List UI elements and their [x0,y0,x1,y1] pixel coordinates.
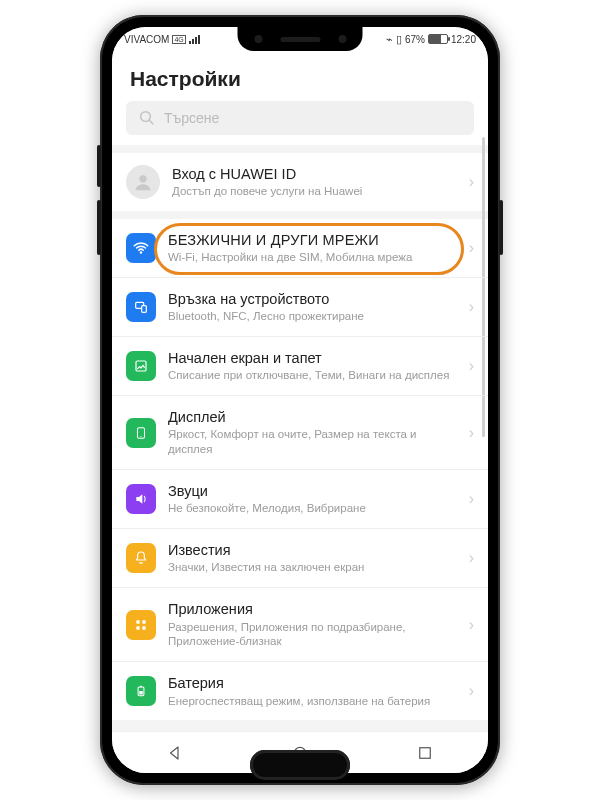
svg-rect-12 [142,626,145,629]
row-device-connection[interactable]: Връзка на устройството Bluetooth, NFC, Л… [112,278,488,337]
row-subtitle: Достъп до повече услуги на Huawei [172,184,453,199]
row-title: Дисплей [168,408,453,426]
chevron-right-icon: › [465,682,474,700]
row-title: Връзка на устройството [168,290,453,308]
row-title: Известия [168,541,453,559]
network-badge: 4G [172,35,185,44]
row-display[interactable]: Дисплей Яркост, Комфорт на очите, Размер… [112,396,488,470]
svg-rect-6 [136,361,146,371]
chevron-right-icon: › [465,549,474,567]
svg-rect-10 [142,620,145,623]
row-subtitle: Списание при отключване, Теми, Винаги на… [168,368,453,383]
svg-rect-15 [139,691,143,695]
row-title: Батерия [168,674,453,692]
chevron-right-icon: › [465,490,474,508]
row-subtitle: Енергоспестяващ режим, използване на бат… [168,694,453,709]
svg-rect-11 [136,626,139,629]
svg-rect-17 [420,747,431,758]
row-title: БЕЗЖИЧНИ И ДРУГИ МРЕЖИ [168,231,453,249]
display-notch [238,27,363,51]
chevron-right-icon: › [465,424,474,442]
search-icon [138,109,156,127]
battery-icon [428,34,448,44]
avatar-icon [126,165,160,199]
nav-back-button[interactable] [166,744,184,762]
page-title: Настройки [112,51,488,101]
svg-line-1 [149,120,153,124]
home-wallpaper-icon [126,351,156,381]
search-placeholder: Търсене [164,110,219,126]
wifi-icon [126,233,156,263]
display-icon [126,418,156,448]
svg-rect-5 [142,306,147,313]
row-huawei-id[interactable]: Вход с HUAWEI ID Достъп до повече услуги… [112,153,488,211]
svg-rect-14 [140,686,142,687]
row-subtitle: Разрешения, Приложения по подразбиране, … [168,620,453,650]
row-title: Приложения [168,600,453,618]
chevron-right-icon: › [465,173,474,191]
device-connection-icon [126,292,156,322]
phone-frame: VIVACOM 4G ⌁ ▯ 67% 12:20 Настройки Търсе… [100,15,500,785]
chevron-right-icon: › [465,357,474,375]
chevron-right-icon: › [465,298,474,316]
clock: 12:20 [451,34,476,45]
row-sounds[interactable]: Звуци Не безпокойте, Мелодия, Вибриране … [112,470,488,529]
apps-icon [126,610,156,640]
signal-icon [189,35,200,44]
row-wireless[interactable]: БЕЗЖИЧНИ И ДРУГИ МРЕЖИ Wi-Fi, Настройки … [112,219,488,278]
side-button [499,200,503,255]
row-title: Вход с HUAWEI ID [172,165,453,183]
battery-settings-icon [126,676,156,706]
row-subtitle: Wi-Fi, Настройки на две SIM, Мобилна мре… [168,250,453,265]
nav-recent-button[interactable] [416,744,434,762]
svg-point-8 [140,436,141,437]
notifications-icon [126,543,156,573]
card-account: Вход с HUAWEI ID Достъп до повече услуги… [112,153,488,211]
row-title: Начален екран и тапет [168,349,453,367]
vibrate-icon: ▯ [396,33,402,46]
card-settings: БЕЗЖИЧНИ И ДРУГИ МРЕЖИ Wi-Fi, Настройки … [112,219,488,720]
row-subtitle: Яркост, Комфорт на очите, Размер на текс… [168,427,453,457]
row-subtitle: Bluetooth, NFC, Лесно прожектиране [168,309,453,324]
svg-rect-9 [136,620,139,623]
carrier-label: VIVACOM [124,34,169,45]
screen: VIVACOM 4G ⌁ ▯ 67% 12:20 Настройки Търсе… [112,27,488,773]
row-battery[interactable]: Батерия Енергоспестяващ режим, използван… [112,662,488,720]
row-subtitle: Не безпокойте, Мелодия, Вибриране [168,501,453,516]
row-title: Звуци [168,482,453,500]
row-home-wallpaper[interactable]: Начален екран и тапет Списание при отклю… [112,337,488,396]
row-subtitle: Значки, Известия на заключен екран [168,560,453,575]
search-input[interactable]: Търсене [126,101,474,135]
chevron-right-icon: › [465,239,474,257]
row-apps[interactable]: Приложения Разрешения, Приложения по под… [112,588,488,662]
svg-point-2 [139,175,146,182]
sounds-icon [126,484,156,514]
chevron-right-icon: › [465,616,474,634]
physical-home-button[interactable] [250,750,350,780]
bluetooth-icon: ⌁ [386,33,393,46]
side-button [97,200,101,255]
search-container: Търсене [112,101,488,145]
side-button [97,145,101,187]
svg-point-3 [140,251,142,253]
row-notifications[interactable]: Известия Значки, Известия на заключен ек… [112,529,488,588]
battery-pct: 67% [405,34,425,45]
settings-list: Вход с HUAWEI ID Достъп до повече услуги… [112,145,488,731]
